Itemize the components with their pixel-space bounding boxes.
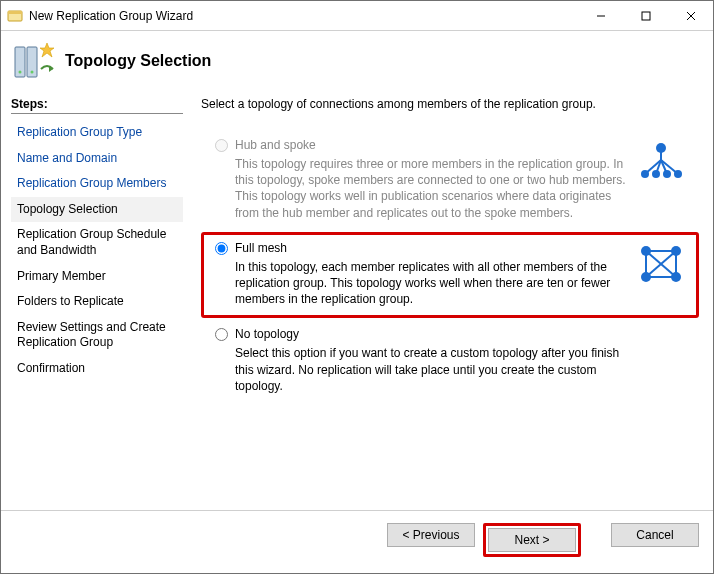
previous-button[interactable]: < Previous [387, 523, 475, 547]
svg-point-30 [641, 272, 651, 282]
window-controls [578, 1, 713, 30]
svg-point-19 [652, 170, 660, 178]
wizard-footer: < Previous Next > Cancel [1, 510, 713, 573]
step-primary-member: Primary Member [11, 264, 183, 290]
cancel-button[interactable]: Cancel [611, 523, 699, 547]
next-button-highlight: Next > [483, 523, 581, 557]
wizard-body: Steps: Replication Group Type Name and D… [1, 97, 713, 510]
option-full-mesh[interactable]: Full mesh In this topology, each member … [201, 232, 699, 319]
instruction-text: Select a topology of connections among m… [201, 97, 699, 111]
step-name-and-domain[interactable]: Name and Domain [11, 146, 183, 172]
window-title: New Replication Group Wizard [29, 9, 578, 23]
svg-point-21 [674, 170, 682, 178]
step-folders-to-replicate: Folders to Replicate [11, 289, 183, 315]
svg-point-17 [656, 143, 666, 153]
step-schedule-bandwidth: Replication Group Schedule and Bandwidth [11, 222, 183, 263]
svg-point-29 [671, 246, 681, 256]
svg-rect-3 [642, 12, 650, 20]
step-review-create: Review Settings and Create Replication G… [11, 315, 183, 356]
option-full-mesh-desc: In this topology, each member replicates… [235, 259, 630, 308]
option-full-mesh-title: Full mesh [235, 241, 630, 255]
wizard-header-icon [11, 39, 55, 83]
svg-point-20 [663, 170, 671, 178]
svg-point-31 [671, 272, 681, 282]
svg-point-8 [19, 71, 22, 74]
full-mesh-icon [636, 243, 686, 285]
wizard-header: Topology Selection [1, 31, 713, 97]
option-hub-and-spoke-title: Hub and spoke [235, 138, 630, 152]
minimize-button[interactable] [578, 1, 623, 30]
option-no-topology[interactable]: No topology Select this option if you wa… [201, 318, 699, 405]
wizard-header-title: Topology Selection [65, 52, 211, 70]
svg-marker-10 [40, 43, 54, 57]
next-button[interactable]: Next > [488, 528, 576, 552]
svg-point-18 [641, 170, 649, 178]
option-hub-and-spoke: Hub and spoke This topology requires thr… [201, 129, 699, 232]
maximize-button[interactable] [623, 1, 668, 30]
step-replication-group-type[interactable]: Replication Group Type [11, 120, 183, 146]
option-no-topology-desc: Select this option if you want to create… [235, 345, 630, 394]
steps-header: Steps: [11, 97, 183, 114]
wizard-window: New Replication Group Wizard [0, 0, 714, 574]
svg-rect-1 [8, 11, 22, 14]
option-hub-and-spoke-desc: This topology requires three or more mem… [235, 156, 630, 221]
step-confirmation: Confirmation [11, 356, 183, 382]
step-replication-group-members[interactable]: Replication Group Members [11, 171, 183, 197]
step-topology-selection[interactable]: Topology Selection [11, 197, 183, 223]
titlebar: New Replication Group Wizard [1, 1, 713, 31]
option-no-topology-title: No topology [235, 327, 630, 341]
hub-spoke-icon [636, 140, 686, 182]
svg-point-9 [31, 71, 34, 74]
radio-full-mesh[interactable] [215, 242, 228, 255]
radio-no-topology[interactable] [215, 328, 228, 341]
wizard-content: Select a topology of connections among m… [187, 97, 703, 510]
close-button[interactable] [668, 1, 713, 30]
radio-hub-and-spoke [215, 139, 228, 152]
svg-point-28 [641, 246, 651, 256]
steps-sidebar: Steps: Replication Group Type Name and D… [11, 97, 187, 510]
app-icon [7, 8, 23, 24]
